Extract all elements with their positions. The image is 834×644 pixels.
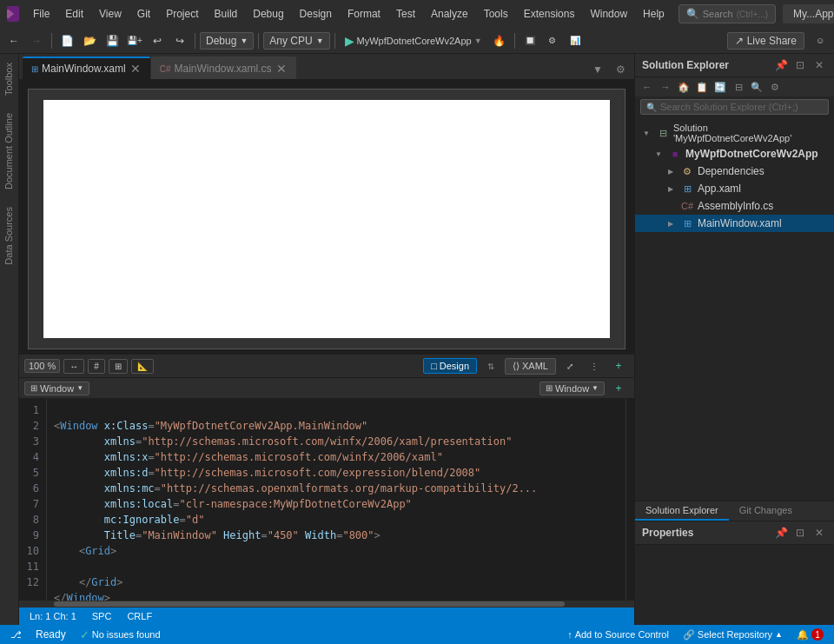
menu-analyze[interactable]: Analyze bbox=[424, 4, 475, 23]
se-tb-refresh[interactable]: 🔄 bbox=[712, 79, 729, 95]
tree-app-xaml[interactable]: ▶ ⊞ App.xaml bbox=[635, 180, 834, 197]
toolbar-extra2[interactable]: ⚙ bbox=[542, 31, 563, 50]
xaml-view-btn[interactable]: ⟨⟩ XAML bbox=[505, 358, 556, 375]
document-outline-label[interactable]: Document Outline bbox=[0, 104, 18, 198]
encoding-indicator[interactable]: SPC bbox=[89, 611, 116, 621]
toolbar-extra1[interactable]: 🔲 bbox=[520, 31, 540, 50]
se-tb-props[interactable]: 📋 bbox=[693, 79, 711, 95]
global-search-box[interactable]: 🔍 Search (Ctrl+...) bbox=[678, 4, 776, 23]
se-tb-back[interactable]: ← bbox=[639, 79, 656, 95]
snap-btn[interactable]: ⊞ bbox=[109, 359, 128, 374]
design-view-btn[interactable]: □ Design bbox=[423, 358, 477, 374]
menu-test[interactable]: Test bbox=[389, 4, 422, 23]
se-pin-btn[interactable]: 📌 bbox=[773, 57, 789, 73]
editor-options-btn[interactable]: ⋮ bbox=[584, 356, 605, 375]
platform-dropdown[interactable]: Any CPU ▼ bbox=[263, 32, 329, 50]
se-tb-fwd[interactable]: → bbox=[657, 79, 674, 95]
scope-window-dropdown[interactable]: ⊞ Window ▼ bbox=[24, 382, 89, 395]
se-tb-home[interactable]: 🏠 bbox=[675, 79, 692, 95]
se-tb-settings[interactable]: ⚙ bbox=[766, 79, 784, 95]
git-branch-indicator[interactable]: ⎇ bbox=[7, 629, 25, 641]
props-close-btn[interactable]: ✕ bbox=[811, 525, 827, 541]
menu-project[interactable]: Project bbox=[159, 4, 205, 23]
zoom-level[interactable]: 100 % bbox=[24, 359, 60, 373]
scope-add-btn[interactable]: + bbox=[608, 379, 629, 398]
tree-project-item[interactable]: ▼ ■ MyWpfDotnetCoreWv2App bbox=[635, 145, 834, 163]
menu-git[interactable]: Git bbox=[130, 4, 157, 23]
search-label: Search bbox=[703, 9, 733, 19]
toolbar-extra3[interactable]: 📊 bbox=[565, 31, 586, 50]
se-search-icon: 🔍 bbox=[646, 103, 657, 112]
add-content-btn[interactable]: + bbox=[608, 356, 629, 375]
se-tb-collapse[interactable]: ⊟ bbox=[730, 79, 747, 95]
mainwindow-expand-icon[interactable]: ▶ bbox=[665, 217, 677, 229]
menu-extensions[interactable]: Extensions bbox=[517, 4, 582, 23]
tab-mainwindow-xaml[interactable]: ⊞ MainWindow.xaml ✕ bbox=[23, 56, 150, 79]
solution-collapse-icon[interactable]: ▼ bbox=[640, 127, 652, 139]
tab-close-icon[interactable]: ✕ bbox=[129, 63, 142, 75]
menu-window[interactable]: Window bbox=[583, 4, 634, 23]
back-btn[interactable]: ← bbox=[3, 31, 24, 50]
toggle-split-btn[interactable]: ⇅ bbox=[480, 356, 501, 375]
scope-window-right-dropdown[interactable]: ⊞ Window ▼ bbox=[539, 382, 605, 395]
notification-icon: 🔔 bbox=[797, 629, 809, 641]
menu-tools[interactable]: Tools bbox=[477, 4, 515, 23]
live-share-button[interactable]: ↗ Live Share bbox=[727, 32, 804, 50]
se-close-btn[interactable]: ✕ bbox=[811, 57, 827, 73]
source-control-btn[interactable]: ↑ Add to Source Control bbox=[564, 629, 672, 640]
save-all-btn[interactable]: 💾+ bbox=[124, 31, 145, 50]
se-popout-btn[interactable]: ⊡ bbox=[792, 57, 808, 73]
code-content[interactable]: <Window x:Class="MyWpfDotnetCoreWv2App.M… bbox=[47, 399, 626, 601]
data-sources-label[interactable]: Data Sources bbox=[0, 198, 18, 274]
save-btn[interactable]: 💾 bbox=[102, 31, 122, 50]
no-issues-indicator[interactable]: ✓ No issues found bbox=[76, 628, 164, 641]
menu-debug[interactable]: Debug bbox=[246, 4, 290, 23]
redo-btn[interactable]: ↪ bbox=[169, 31, 190, 50]
tree-assemblyinfo-cs[interactable]: C# AssemblyInfo.cs bbox=[635, 197, 834, 215]
solution-search-box[interactable]: 🔍 Search Solution Explorer (Ctrl+;) bbox=[640, 99, 829, 115]
tree-solution-item[interactable]: ▼ ⊟ Solution 'MyWpfDotnetCoreWv2App' bbox=[635, 121, 834, 145]
fwd-btn[interactable]: → bbox=[26, 31, 47, 50]
menu-view[interactable]: View bbox=[92, 4, 129, 23]
notification-btn[interactable]: 🔔 1 bbox=[793, 628, 827, 641]
menu-build[interactable]: Build bbox=[208, 4, 245, 23]
app-xaml-expand-icon[interactable]: ▶ bbox=[665, 183, 677, 195]
toolbox-label[interactable]: Toolbox bbox=[0, 54, 18, 104]
menu-edit[interactable]: Edit bbox=[58, 4, 90, 23]
select-repo-btn[interactable]: 🔗 Select Repository ▲ bbox=[679, 629, 786, 641]
tree-dependencies[interactable]: ▶ ⚙ Dependencies bbox=[635, 163, 834, 180]
expand-editor-btn[interactable]: ⤢ bbox=[559, 356, 580, 375]
run-button[interactable]: ▶ MyWpfDotnetCoreWv2App ▼ bbox=[340, 32, 487, 50]
open-btn[interactable]: 📂 bbox=[79, 31, 100, 50]
zoom-fit-btn[interactable]: ↔ bbox=[63, 359, 84, 374]
scroll-thumb[interactable] bbox=[54, 601, 565, 607]
tab-mainwindow-cs[interactable]: C# MainWindow.xaml.cs ✕ bbox=[151, 56, 296, 79]
cursor-position[interactable]: Ln: 1 Ch: 1 bbox=[26, 611, 80, 621]
properties-panel: Properties 📌 ⊡ ✕ bbox=[635, 521, 834, 625]
se-tb-filter[interactable]: 🔍 bbox=[748, 79, 765, 95]
feedback-btn[interactable]: ☺ bbox=[810, 31, 831, 50]
tab-cs-close-icon[interactable]: ✕ bbox=[275, 63, 288, 75]
grid-btn[interactable]: # bbox=[88, 359, 105, 374]
canvas-options[interactable]: 📐 bbox=[131, 359, 154, 374]
menu-file[interactable]: File bbox=[26, 4, 56, 23]
app-xaml-icon: ⊞ bbox=[680, 182, 694, 196]
tab-git-changes[interactable]: Git Changes bbox=[729, 501, 803, 521]
attach-btn[interactable]: 🔥 bbox=[489, 31, 510, 50]
line-ending-indicator[interactable]: CRLF bbox=[123, 611, 156, 621]
props-popout-btn[interactable]: ⊡ bbox=[792, 525, 808, 541]
menu-design[interactable]: Design bbox=[293, 4, 339, 23]
horizontal-scrollbar[interactable] bbox=[19, 601, 634, 607]
project-collapse-icon[interactable]: ▼ bbox=[652, 148, 665, 160]
props-pin-btn[interactable]: 📌 bbox=[773, 525, 789, 541]
debug-config-dropdown[interactable]: Debug ▼ bbox=[200, 32, 254, 50]
tree-mainwindow-xaml[interactable]: ▶ ⊞ MainWindow.xaml bbox=[635, 215, 834, 232]
undo-btn[interactable]: ↩ bbox=[147, 31, 168, 50]
menu-format[interactable]: Format bbox=[341, 4, 387, 23]
menu-help[interactable]: Help bbox=[636, 4, 672, 23]
tab-settings-button[interactable]: ⚙ bbox=[610, 60, 631, 79]
tab-list-button[interactable]: ▼ bbox=[587, 60, 608, 79]
tab-solution-explorer[interactable]: Solution Explorer bbox=[635, 501, 729, 521]
dependencies-expand-icon[interactable]: ▶ bbox=[665, 165, 677, 177]
new-file-btn[interactable]: 📄 bbox=[56, 31, 77, 50]
